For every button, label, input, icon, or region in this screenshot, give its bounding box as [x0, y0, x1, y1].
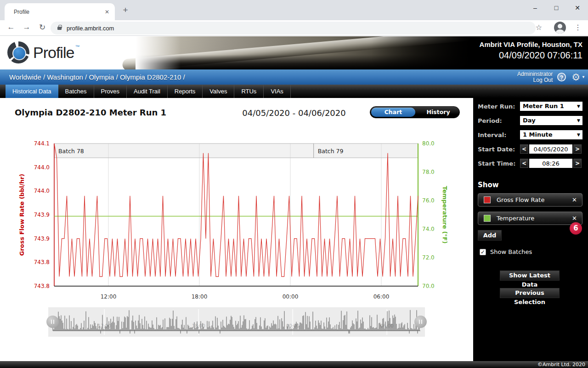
scrubber-series: [53, 310, 420, 334]
user-text: Admininstrator Log Out: [517, 71, 553, 83]
browser-window: Profile ✕ + – □ ✕ ← → ↻ profile.ambrit.c…: [0, 0, 588, 368]
toggle-chart-button[interactable]: Chart: [371, 108, 415, 117]
bookmark-star-icon[interactable]: ☆: [536, 23, 542, 32]
scrubber-time-label: 18:00: [192, 323, 205, 328]
site-label: Ambrit VIA Profile, Houston, TX: [480, 40, 582, 48]
period-label: Period:: [478, 117, 520, 124]
tab-proves[interactable]: Proves: [94, 85, 127, 98]
app-header: Profile ™ Ambrit VIA Profile, Houston, T…: [0, 36, 588, 69]
period-select[interactable]: Day ▼: [520, 116, 582, 125]
right-axis-tick: 74.0: [422, 226, 435, 232]
help-icon[interactable]: ?: [557, 73, 566, 81]
temperature-color-swatch: [484, 215, 491, 222]
series-chip-gross-flow-rate[interactable]: Gross Flow Rate ✕: [478, 193, 582, 207]
profile-logo-icon: [7, 41, 29, 63]
add-series-button[interactable]: Add: [478, 230, 502, 241]
batch-label: Batch 78: [58, 148, 84, 155]
batch-band: [54, 144, 418, 158]
browser-tab[interactable]: Profile ✕: [5, 3, 115, 20]
copyright-text: ©Ambrit Ltd. 2020: [537, 362, 585, 368]
browser-urlbar: ← → ↻ profile.ambrit.com ☆ ⋮: [0, 20, 588, 36]
start-date-prev-button[interactable]: <: [520, 144, 528, 154]
show-heading: Show: [478, 181, 499, 189]
trademark-symbol: ™: [75, 44, 79, 49]
scrubber-time-label: 06:00: [380, 323, 394, 328]
reload-icon[interactable]: ↻: [37, 23, 48, 32]
series-chip-temperature[interactable]: Temperature ✕: [478, 212, 582, 225]
tab-rtus[interactable]: RTUs: [234, 85, 264, 98]
start-time-next-button[interactable]: >: [573, 159, 582, 168]
interval-select[interactable]: 1 Minute ▼: [520, 130, 582, 139]
tab-batches[interactable]: Batches: [58, 85, 94, 98]
time-range-scrubber[interactable]: 12:0018:0000:0006:00: [48, 307, 425, 337]
start-date-row: Start Date: < >: [478, 144, 582, 154]
start-date-next-button[interactable]: >: [573, 144, 582, 154]
tab-reports[interactable]: Reports: [168, 85, 203, 98]
tab-valves[interactable]: Valves: [203, 85, 234, 98]
start-time-label: Start Time:: [478, 160, 520, 167]
chip-label: Temperature: [497, 215, 534, 222]
profile-avatar-icon[interactable]: [554, 22, 566, 34]
x-axis-tick: 18:00: [192, 293, 208, 300]
show-latest-data-button[interactable]: Show Latest Data: [500, 270, 560, 281]
start-time-input[interactable]: [529, 159, 572, 168]
interval-row: Interval: 1 Minute ▼: [478, 130, 582, 139]
tab-audit-trail[interactable]: Audit Trail: [127, 85, 168, 98]
flow-rate-color-swatch: [484, 196, 491, 203]
period-value: Day: [520, 116, 582, 125]
start-time-row: Start Time: < >: [478, 159, 582, 168]
interval-label: Interval:: [478, 132, 520, 138]
meter-run-select[interactable]: Meter Run 1 ▼: [520, 102, 582, 111]
tab-vias[interactable]: VIAs: [264, 85, 290, 98]
left-axis-tick: 744.0: [34, 164, 50, 171]
logout-link[interactable]: Log Out: [517, 77, 553, 83]
minimize-button[interactable]: –: [525, 0, 546, 16]
browser-titlebar: Profile ✕ + – □ ✕: [0, 0, 588, 20]
x-axis-tick: 12:00: [101, 293, 117, 300]
page-title: Olympia D2802-210 Meter Run 1: [15, 108, 166, 117]
tab-close-icon[interactable]: ✕: [105, 9, 109, 15]
previous-selection-button[interactable]: Previous Selection: [500, 288, 560, 298]
flow-temperature-chart: Batch 78Batch 79744.1744.0744.0743.9743.…: [0, 138, 473, 306]
nav-tabs: Historical Data Batches Proves Audit Tra…: [0, 85, 588, 98]
left-axis-tick: 743.8: [34, 259, 50, 265]
app-footer: ©Ambrit Ltd. 2020: [0, 361, 588, 368]
start-date-input[interactable]: [529, 144, 572, 154]
main-content: Olympia D2802-210 Meter Run 1 04/05/2020…: [0, 98, 473, 361]
settings-sidebar: Meter Run: Meter Run 1 ▼ Period: Day ▼ I…: [473, 98, 588, 361]
back-icon[interactable]: ←: [6, 23, 17, 32]
right-axis-tick: 72.0: [422, 254, 435, 261]
forward-icon[interactable]: →: [21, 23, 32, 32]
toggle-history-button[interactable]: History: [420, 107, 457, 118]
right-axis-tick: 76.0: [422, 197, 435, 204]
left-axis-tick: 743.8: [34, 283, 50, 289]
meter-run-label: Meter Run:: [478, 103, 520, 110]
scrubber-left-handle[interactable]: [46, 316, 59, 328]
show-batches-checkbox[interactable]: ✓: [480, 249, 486, 255]
breadcrumb[interactable]: Worldwide / Washington / Olympia / Olymp…: [9, 69, 185, 85]
scrubber-right-handle[interactable]: [414, 316, 427, 328]
user-bar: Admininstrator Log Out ? ⚙ ▼: [517, 69, 585, 85]
start-time-prev-button[interactable]: <: [520, 159, 528, 168]
chevron-down-icon[interactable]: ▼: [582, 75, 585, 79]
close-icon[interactable]: ✕: [572, 215, 577, 222]
gear-icon[interactable]: ⚙: [571, 72, 580, 82]
address-bar[interactable]: profile.ambrit.com: [51, 22, 536, 34]
maximize-button[interactable]: □: [546, 0, 567, 16]
username: Admininstrator: [517, 71, 553, 77]
notification-badge: 6: [570, 222, 582, 235]
profile-logo: Profile ™: [7, 41, 79, 63]
brand-name: Profile: [33, 41, 74, 63]
left-axis-title: Gross Flow Rate (bbl/hr): [18, 174, 25, 256]
tab-historical-data[interactable]: Historical Data: [6, 85, 58, 98]
chevron-down-icon: ▼: [577, 118, 580, 123]
browser-menu-icon[interactable]: ⋮: [574, 23, 582, 32]
new-tab-button[interactable]: +: [119, 4, 131, 16]
right-axis-title: Temperature (°F): [441, 186, 448, 243]
close-icon[interactable]: ✕: [572, 196, 577, 203]
left-axis-tick: 743.9: [34, 236, 50, 242]
url-text: profile.ambrit.com: [67, 25, 114, 32]
close-button[interactable]: ✕: [567, 0, 588, 16]
start-date-label: Start Date:: [478, 146, 520, 153]
lock-icon: [57, 27, 62, 30]
